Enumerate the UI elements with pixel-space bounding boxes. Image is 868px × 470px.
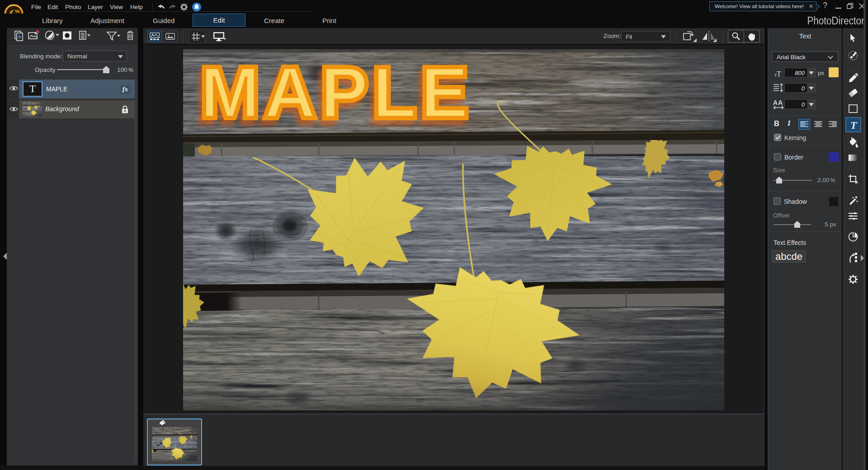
svg-text:T: T <box>850 119 858 131</box>
svg-text:MAPLE: MAPLE <box>200 52 473 132</box>
